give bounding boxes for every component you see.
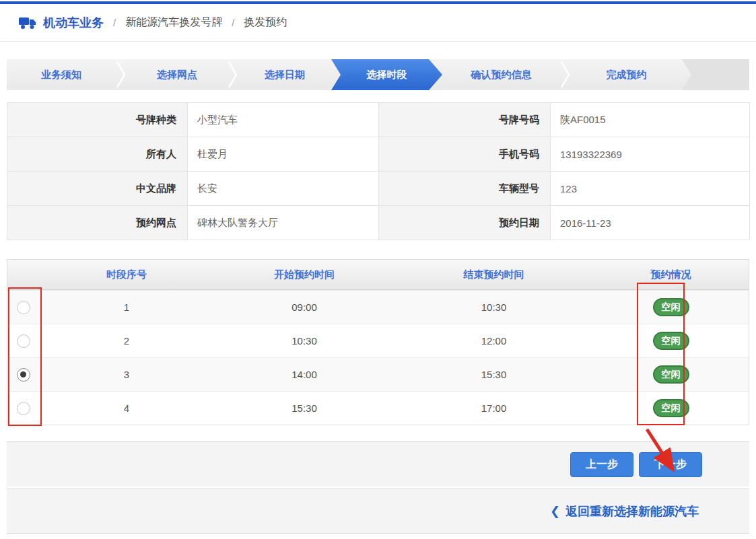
date-value: 2016-11-23 xyxy=(551,206,750,240)
start-time-value: 09:00 xyxy=(214,301,394,313)
timeslot-row-2[interactable]: 2 10:30 12:00 空闲 xyxy=(7,324,749,357)
breadcrumb: 机动车业务 / 新能源汽车换发号牌 / 换发预约 xyxy=(0,4,756,42)
plate-number-value: 陕AF0015 xyxy=(551,103,750,137)
table-row: 中文品牌 长安 车辆型号 123 xyxy=(7,172,750,206)
chevron-separator-icon xyxy=(116,59,127,90)
tab-complete[interactable]: 完成预约 xyxy=(571,59,682,90)
timeslot-radio-3-selected[interactable] xyxy=(17,368,30,382)
end-time-value: 12:00 xyxy=(394,335,593,347)
footer-bar: ❮ 返回重新选择新能源汽车 xyxy=(7,489,749,534)
model-label: 车辆型号 xyxy=(379,172,551,206)
truck-icon xyxy=(19,16,36,30)
plate-number-label: 号牌号码 xyxy=(379,103,551,137)
table-row: 所有人 杜爱月 手机号码 13193322369 xyxy=(7,137,750,172)
prev-step-button[interactable]: 上一步 xyxy=(570,452,633,477)
status-badge: 空闲 xyxy=(653,365,689,384)
end-time-value: 10:30 xyxy=(394,301,593,313)
timeslot-radio-1[interactable] xyxy=(17,301,30,314)
end-time-value: 15:30 xyxy=(394,369,593,380)
tab-select-date[interactable]: 选择日期 xyxy=(238,59,331,90)
tab-select-timeslot-active[interactable]: 选择时段 xyxy=(331,59,442,90)
breadcrumb-separator: / xyxy=(113,17,116,28)
tab-select-site[interactable]: 选择网点 xyxy=(127,59,228,90)
end-time-value: 17:00 xyxy=(394,402,593,414)
breadcrumb-separator: / xyxy=(232,17,234,28)
start-time-header: 开始预约时间 xyxy=(214,268,394,281)
timeslot-radio-2[interactable] xyxy=(17,334,30,348)
status-header: 预约情况 xyxy=(593,268,749,281)
back-link-label: 返回重新选择新能源汽车 xyxy=(565,503,699,519)
chevron-separator-icon xyxy=(560,59,571,90)
breadcrumb-item-category: 新能源汽车换发号牌 xyxy=(125,15,222,30)
status-badge: 空闲 xyxy=(653,399,689,417)
end-time-header: 结束预约时间 xyxy=(394,268,593,281)
step-tabs: 业务须知 选择网点 选择日期 选择时段 确认预约信息 完成预约 xyxy=(7,59,749,90)
start-time-value: 14:00 xyxy=(214,369,394,380)
tabs-trailing-area xyxy=(682,59,749,90)
start-time-value: 15:30 xyxy=(214,402,394,414)
chevron-left-icon: ❮ xyxy=(550,504,560,519)
status-badge: 空闲 xyxy=(653,332,689,350)
breadcrumb-root-label: 机动车业务 xyxy=(43,15,104,31)
plate-type-label: 号牌种类 xyxy=(7,103,188,137)
owner-value: 杜爱月 xyxy=(188,137,379,172)
site-value: 碑林大队警务大厅 xyxy=(188,206,379,240)
timeslot-header-row: 时段序号 开始预约时间 结束预约时间 预约情况 xyxy=(7,260,749,290)
seq-value: 2 xyxy=(39,335,214,347)
plate-type-value: 小型汽车 xyxy=(188,103,379,137)
table-row: 预约网点 碑林大队警务大厅 预约日期 2016-11-23 xyxy=(7,206,750,240)
seq-value: 1 xyxy=(39,301,214,313)
phone-label: 手机号码 xyxy=(379,137,551,172)
breadcrumb-item-current: 换发预约 xyxy=(244,15,287,30)
back-to-vehicle-link[interactable]: ❮ 返回重新选择新能源汽车 xyxy=(550,503,699,519)
brand-label: 中文品牌 xyxy=(7,172,188,206)
page: 机动车业务 / 新能源汽车换发号牌 / 换发预约 业务须知 选择网点 选择日期 … xyxy=(0,0,756,539)
chevron-separator-icon xyxy=(228,59,238,90)
start-time-value: 10:30 xyxy=(214,335,394,347)
action-bar: 上一步 下一步 xyxy=(7,441,749,487)
table-row: 号牌种类 小型汽车 号牌号码 陕AF0015 xyxy=(7,103,750,137)
tab-confirm-info[interactable]: 确认预约信息 xyxy=(442,59,560,90)
breadcrumb-root[interactable]: 机动车业务 xyxy=(19,15,104,31)
phone-value: 13193322369 xyxy=(551,137,750,172)
brand-value: 长安 xyxy=(188,172,379,206)
vehicle-info-table: 号牌种类 小型汽车 号牌号码 陕AF0015 所有人 杜爱月 手机号码 1319… xyxy=(7,102,750,240)
tab-business-notice[interactable]: 业务须知 xyxy=(7,59,116,90)
timeslot-table: 时段序号 开始预约时间 结束预约时间 预约情况 1 09:00 10:30 空闲… xyxy=(7,259,749,425)
model-value: 123 xyxy=(551,172,750,206)
timeslot-row-1[interactable]: 1 09:00 10:30 空闲 xyxy=(7,290,749,324)
seq-value: 4 xyxy=(39,402,214,414)
timeslot-row-3[interactable]: 3 14:00 15:30 空闲 xyxy=(7,357,749,391)
seq-value: 3 xyxy=(39,369,214,380)
timeslot-radio-4[interactable] xyxy=(17,402,30,415)
site-label: 预约网点 xyxy=(7,206,188,240)
date-label: 预约日期 xyxy=(379,206,551,240)
seq-header: 时段序号 xyxy=(39,268,214,281)
status-badge: 空闲 xyxy=(653,298,689,316)
timeslot-row-4[interactable]: 4 15:30 17:00 空闲 xyxy=(7,391,749,425)
next-step-button[interactable]: 下一步 xyxy=(639,452,702,477)
owner-label: 所有人 xyxy=(7,137,188,172)
